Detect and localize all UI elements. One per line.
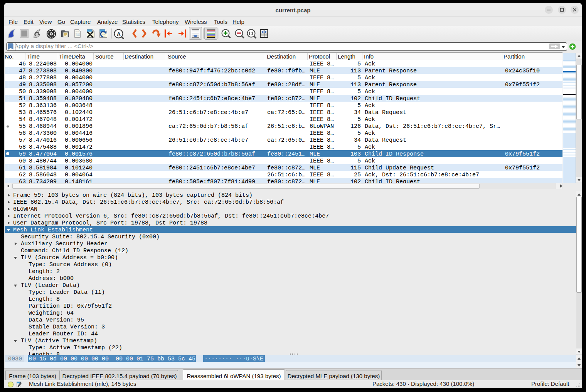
svg-text:0111: 0111 bbox=[76, 34, 80, 36]
svg-text:A: A bbox=[117, 31, 121, 37]
svg-text:110: 110 bbox=[102, 34, 105, 35]
